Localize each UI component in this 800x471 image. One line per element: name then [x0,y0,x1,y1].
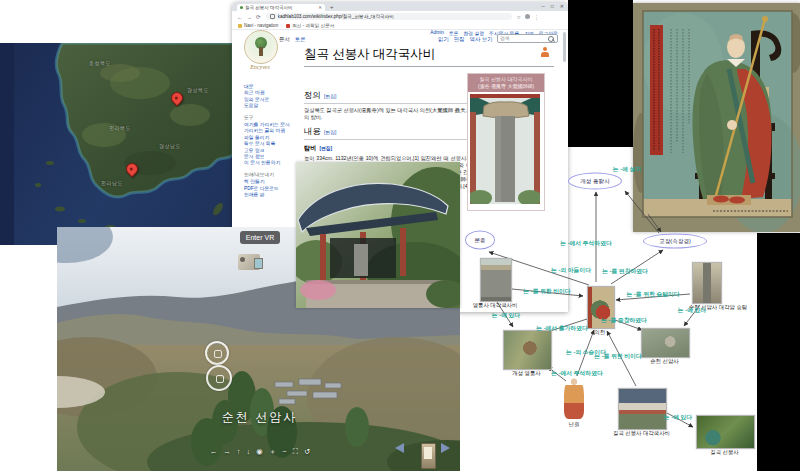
graph-node-suncheon-seonamsa[interactable] [641,328,690,358]
page-info-icon[interactable] [270,14,275,19]
graph-edge-label: 는 -에서 출가하였다 [536,324,588,333]
new-tab-button[interactable]: + [330,4,334,10]
stele-photo[interactable] [470,94,540,204]
bookmark-label: Navi - navigation [244,23,278,28]
scrollbar[interactable] [563,32,566,62]
view-tab[interactable]: 역사 보기 [470,36,493,43]
wiki-logo-text: Encyves [238,64,282,70]
panorama-control-bar: ←→↑↓◉＋−⛶↺ [185,447,335,457]
encyves-wiki-logo[interactable] [244,30,278,64]
search-input[interactable] [500,36,548,41]
reset-view-icon[interactable]: ↺ [304,447,310,457]
sidebar-link[interactable]: 인쇄용 판 [244,192,302,198]
province-label: 경상남도 [159,143,181,149]
korea-satellite-map[interactable]: 충청북도경상북도전라북도경상남도전라남도 [0,43,233,245]
graph-node-label: 순천 선암사 [650,358,678,365]
pavilion-photo [296,162,460,308]
graph-edge [667,413,693,427]
back-icon[interactable]: ← [237,14,243,20]
wiki-search[interactable] [497,34,558,43]
graph-node-chilgok-seonbongsa[interactable] [696,415,755,449]
minimize-icon[interactable]: ─ [541,3,545,9]
browser-address-bar: ←→⟳ kadhlab103.com/wiki/index.php/칠곡_선봉사… [232,11,568,22]
panorama-hotspot[interactable] [205,341,229,365]
reload-icon[interactable]: ⟳ [256,14,261,20]
graph-edge [616,294,690,300]
graph-node-nanwon[interactable] [564,378,584,419]
graph-edge [577,330,594,376]
forward-icon[interactable]: → [247,14,253,20]
person-link-icon[interactable] [541,47,549,57]
wiki-sidebar: 대문최근 바뀜임의 문서로도움말도구여기를 가리키는 문서가리키는 글의 바뀜파… [244,84,302,199]
zoom-in-icon[interactable]: ＋ [269,447,277,457]
zoom-out-icon[interactable]: − [282,447,286,457]
tab-title: 칠곡 선봉사 대각국사비 [245,5,316,10]
browser-menu-icon[interactable]: ⋮ [534,14,539,20]
graph-node-gaeseong-yeongtongsa[interactable] [503,330,552,370]
graph-node-label: 의천 [595,329,606,336]
url-omnibox[interactable]: kadhlab103.com/wiki/index.php/칠곡_선봉사_대각국… [266,13,512,20]
edit-link[interactable]: [편집] [319,146,332,151]
bookmark-favicon [238,24,242,28]
graph-node-label: 난원 [569,421,580,428]
bookmark-star-icon[interactable]: ☆ [517,14,521,20]
close-icon[interactable]: ✕ [560,3,564,9]
sidebar-section-header: 도구 [244,115,302,121]
bookmark-favicon [286,24,290,28]
edit-link[interactable]: [편집] [324,130,336,135]
browser-tab-strip: 칠곡 선봉사 대각국사비 ✕ + ─□✕ [232,2,568,11]
graph-edge-label: 는 -를 편찬하였다 [602,267,648,276]
pan-up-icon[interactable]: ↑ [237,447,241,457]
scene-nav-left-arrow[interactable] [395,443,404,453]
graph-node-uicheon[interactable] [587,286,615,329]
graph-node-label: 칠곡 선봉사 대각국사비 [613,430,670,437]
graph-edge-label: 는 -에서 주석하였다 [551,369,603,378]
camcorder-icon[interactable] [238,254,260,270]
search-icon[interactable] [548,36,554,42]
edit-link[interactable]: [편집] [324,94,336,99]
sidebar-link[interactable]: 이 문서 인용하기 [244,160,302,166]
sidebar-section-header: 인쇄/내보내기 [244,172,302,178]
graph-edge [611,250,663,284]
scene-nav-right-arrow[interactable] [441,443,450,453]
collage-screenshot: 충청북도경상북도전라북도경상남도전라남도 칠곡 선봉사 대각국사비 ✕ + ─□… [0,0,800,471]
infobox-title: 칠곡 선봉사 대각국사비 (漆谷 僊鳳寺 大覺國師碑) [468,74,544,92]
view-tab[interactable]: 편집 [454,36,465,43]
namespace-tab[interactable]: 토론 [295,36,306,43]
fullscreen-icon[interactable]: ⛶ [293,447,298,457]
panorama-hotspot[interactable] [206,365,232,391]
graph-edge-label: 는 -에 있다 [678,306,706,315]
graph-node-gaeseong-heungwangsa[interactable]: 개성 흥왕사 [568,173,622,190]
browser-tab[interactable]: 칠곡 선봉사 대각국사비 ✕ [237,4,325,12]
bookmark-label: 최신 - 과학읽 신문서 [292,23,334,28]
graph-edge [548,367,566,381]
sidebar-link[interactable]: 도움말 [244,103,302,109]
profile-avatar[interactable] [525,14,530,19]
pan-right-icon[interactable]: → [223,447,231,457]
page-title: 칠곡 선봉사 대각국사비 [304,46,554,67]
graph-node-seonamsa-daegakam-seungtap[interactable] [692,262,722,304]
scene-signpost-icon[interactable] [421,443,436,469]
namespace-tab[interactable]: 문서 [279,36,290,43]
bookmark-item[interactable]: Navi - navigation [238,23,278,28]
url-text: kadhlab103.com/wiki/index.php/칠곡_선봉사_대각국… [278,14,394,19]
graph-edge [684,305,700,326]
view-tab[interactable]: 읽기 [438,36,449,43]
graph-edge-label: 는 -에 있다 [664,413,692,422]
close-tab-icon[interactable]: ✕ [318,5,322,10]
pan-down-icon[interactable]: ↓ [247,447,251,457]
graph-node-chilgok-seonbongsa-daegakguksabi[interactable] [618,388,667,430]
maximize-icon[interactable]: □ [551,3,554,9]
bookmark-item[interactable]: 최신 - 과학읽 신문서 [286,23,334,28]
black-background-band [568,0,633,147]
graph-edge [544,319,587,333]
pan-left-icon[interactable]: ← [210,447,218,457]
enter-vr-button[interactable]: Enter VR [240,231,280,244]
black-background-band [757,233,800,471]
compass-icon[interactable]: ◉ [256,447,263,457]
graph-edge-label: 는 -를 위한 승탑이다 [626,290,679,299]
uicheon-portrait-painting [633,3,800,232]
province-label: 충청북도 [89,60,111,66]
namespace-tabs: 문서토론 [279,36,306,43]
graph-node-gyojang-sokjanggyeong[interactable]: 교장(속장경) [643,234,707,249]
